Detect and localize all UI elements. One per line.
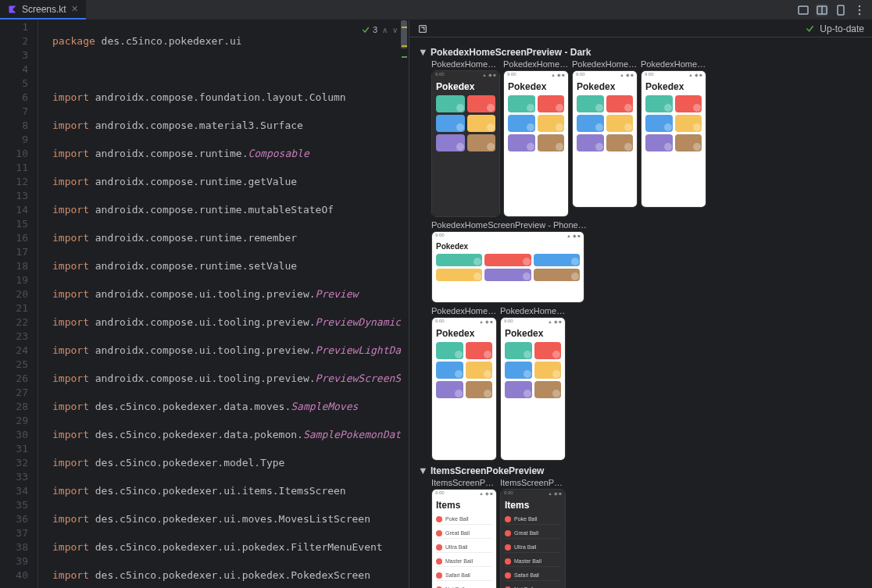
preview-device[interactable]: 9:00▲ ◆ ■ItemsPoke BallGreat BallUltra B…: [431, 489, 497, 588]
svg-point-4: [859, 5, 860, 6]
refresh-preview-icon[interactable]: [417, 23, 428, 34]
preview-device[interactable]: 9:00▲ ◆ ■Pokedex: [431, 317, 497, 461]
file-tab[interactable]: Screens.kt ✕: [0, 0, 86, 20]
preview-device[interactable]: 9:00▲ ◆ ■Pokedex: [431, 231, 584, 303]
preview-device[interactable]: 9:00▲ ◆ ■Pokedex: [500, 317, 566, 461]
kotlin-file-icon: [8, 5, 17, 14]
compose-preview-panel: Up-to-date ▶PokedexHomeScreenPreview - D…: [409, 20, 872, 588]
prev-highlight-icon[interactable]: ∧: [382, 26, 388, 34]
more-icon[interactable]: [853, 4, 866, 16]
highlight-icon: [361, 25, 370, 34]
code-view-icon[interactable]: [797, 4, 809, 16]
preview-label: PokedexHomeScreenP...: [503, 59, 569, 69]
svg-rect-0: [799, 6, 808, 14]
svg-rect-7: [420, 25, 427, 32]
preview-label: ItemsScreenPokePrevi...: [431, 478, 497, 487]
svg-rect-3: [838, 5, 844, 15]
code-editor[interactable]: 3 ∧ ∨ 1234567891011121314151617181920212…: [0, 20, 409, 588]
split-view-icon[interactable]: [816, 4, 828, 16]
preview-build-status[interactable]: Up-to-date: [805, 23, 864, 34]
file-tab-name: Screens.kt: [22, 4, 66, 15]
preview-label: PokedexHomeScreenP...: [431, 306, 497, 315]
close-tab-icon[interactable]: ✕: [71, 4, 78, 14]
preview-status-text: Up-to-date: [820, 23, 864, 34]
code-area[interactable]: package des.c5inco.pokedexer.ui import a…: [38, 20, 409, 588]
preview-label: PokedexHomeScreenP...: [500, 306, 566, 315]
preview-device[interactable]: 9:00▲ ◆ ■Pokedex: [572, 70, 638, 208]
highlight-count: 3: [373, 25, 377, 34]
design-view-icon[interactable]: [834, 4, 847, 16]
preview-label: ItemsScreenPokePrevi...: [500, 478, 566, 487]
editor-tabbar: Screens.kt ✕: [0, 0, 872, 20]
editor-scrollbar[interactable]: [401, 20, 409, 588]
preview-device[interactable]: 9:00▲ ◆ ■Pokedex: [641, 70, 706, 208]
preview-label: PokedexHomeScreenP...: [572, 59, 638, 69]
editor-inspection-status[interactable]: 3 ∧ ∨: [361, 25, 398, 34]
preview-device[interactable]: 9:00▲ ◆ ■Pokedex: [503, 70, 569, 217]
preview-label: PokedexHomeScreenP...: [431, 59, 497, 69]
scrollbar-thumb[interactable]: [401, 20, 407, 48]
svg-point-5: [859, 9, 860, 10]
preview-toolbar: Up-to-date: [409, 20, 872, 37]
preview-label: PokedexHomeScreenPreview - Phone - Lands…: [431, 220, 588, 230]
tabbar-spacer: [86, 0, 791, 20]
svg-point-6: [859, 12, 860, 14]
preview-label: PokedexHomeScreenP...: [641, 59, 706, 69]
next-highlight-icon[interactable]: ∨: [392, 26, 398, 34]
preview-device[interactable]: 9:00▲ ◆ ■ItemsPoke BallGreat BallUltra B…: [500, 489, 566, 588]
line-number-gutter: 1234567891011121314151617181920212223242…: [0, 20, 38, 588]
preview-surface[interactable]: ▶PokedexHomeScreenPreview - DarkPokedexH…: [409, 37, 872, 588]
tabbar-controls: [791, 0, 872, 20]
check-icon: [805, 23, 815, 34]
preview-group-header[interactable]: ▶PokedexHomeScreenPreview - Dark: [420, 47, 864, 58]
preview-device[interactable]: 9:00▲ ◆ ■Pokedex: [431, 70, 500, 217]
preview-group-header[interactable]: ▶ItemsScreenPokePreview: [420, 465, 864, 476]
